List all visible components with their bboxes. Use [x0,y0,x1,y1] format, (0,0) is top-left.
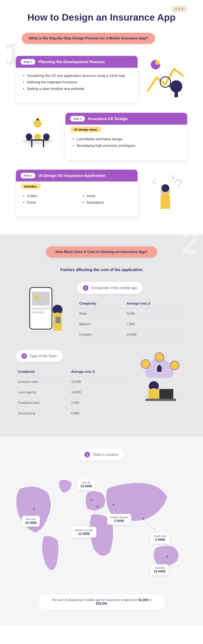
page-title: How to Design an Insurance App [16,12,187,23]
svg-rect-2 [174,91,178,97]
step1-bullet: Defining the important functions [23,79,130,86]
svg-rect-11 [31,141,32,147]
svg-point-6 [34,120,42,128]
question-1: What is the Step-By-Step Design Process … [22,33,155,44]
svg-point-28 [170,361,179,370]
step3-bullet: Icons [83,193,130,199]
svg-point-36 [142,518,144,520]
factor-2-pill: 2 Type of the Team [16,350,63,362]
step3-bullet: Colors [23,193,71,199]
cost-summary: The cost of designing a mobile app for i… [38,594,165,610]
step-3-title: UI Design for Insurance Application [38,174,106,178]
analytics-illustration [144,56,187,100]
svg-point-8 [34,134,41,140]
table-header: Average cost, $ [125,299,187,308]
map-label-we: Western Europe 12 000$ [71,527,96,538]
table-row: Basic4,000 [78,309,187,319]
svg-text:?: ? [172,176,174,181]
map-label-sa: South Asia 2 000$ [151,533,169,544]
table-row: Oursourcing6,000 [16,408,125,418]
step1-bullet: Visualizing the UX and application struc… [23,72,130,79]
table-header: Average cost, $ [70,367,125,376]
step-2-title: Insurance UX Design [88,116,128,121]
step-3-sublabel: Includes: [20,184,41,189]
svg-text:¿: ¿ [152,175,158,184]
complexity-cost-table: Complexity Average cost, $ Basic4,000 Me… [77,298,187,340]
map-label-uk: The UK 15 000$ [77,479,95,490]
step-3-badge: Step 3 [20,173,35,178]
svg-point-21 [34,295,39,300]
section-number-2: 2 [182,234,199,261]
svg-point-1 [170,80,182,92]
step3-bullet: Animations [83,199,130,206]
table-row: Medium7,000 [78,319,187,329]
factor-1-label: Complexity of the mobile app [91,286,137,290]
question-2: How Much Does It Cost to Develop an Insu… [46,246,157,258]
svg-point-33 [90,499,92,501]
factor-3-pill: 3 Team's Location [79,448,124,460]
step-2-card: Step 2 Insurance UX Design UX design ste… [66,113,187,160]
svg-text:?: ? [176,177,182,190]
svg-rect-12 [43,141,44,147]
svg-rect-10 [27,139,48,141]
table-row: Complex10,000 [78,330,187,340]
step1-bullet: Setting a clear timeline and estimate [23,86,130,92]
table-row: In-house team10,000 [16,377,125,387]
map-label-au: Australia 16 000$ [151,564,168,575]
svg-point-7 [26,134,32,140]
map-label-ee: Eastern Europe 5 600$ [107,514,131,525]
world-map: The UK 15 000$ The USA 18 000$ Western E… [8,471,195,586]
svg-rect-23 [32,311,44,314]
step-2-sublabel: UX design steps: [70,126,102,132]
remote-team-illustration [132,350,187,406]
step-1-card: Step 1 Planning the Development Process … [16,56,138,103]
svg-rect-22 [32,308,50,310]
svg-rect-20 [32,292,50,306]
svg-point-35 [112,504,114,506]
step-1-badge: Step 1 [20,59,35,64]
table-header: Complexity [16,367,69,376]
factor-1-pill: 1 Complexity of the mobile app [77,282,143,294]
factor-1-num: 1 [83,285,88,291]
map-label-usa: The USA 18 000$ [22,516,40,527]
step3-bullet: Fonts [23,199,71,206]
factor-2-label: Type of the Team [30,354,57,358]
table-row: Local agency15,000 [16,388,125,398]
mobile-app-illustration [16,282,71,338]
factors-heading: Factors affecting the cost of the applic… [16,268,187,272]
step-3-card: Step 3 UI Design for Insurance Applicati… [16,170,138,216]
step-1-title: Planning the Development Process [38,60,105,64]
factor-2-num: 2 [22,353,27,359]
factor-3-label: Team's Location [93,452,118,457]
svg-point-18 [161,184,169,192]
step-2-badge: Step 2 [70,116,85,122]
team-brainstorm-illustration [16,113,60,156]
step2-bullet: Developing high-precision prototypes [72,142,180,149]
svg-rect-25 [56,317,60,324]
menu-dots-icon [171,6,187,12]
team-cost-table: Complexity Average cost, $ In-house team… [16,367,126,419]
thinking-person-illustration: ¿ ? ? [144,170,187,213]
svg-point-9 [43,134,50,140]
svg-point-26 [141,360,150,368]
factor-3-num: 3 [84,452,90,457]
step2-bullet: Low-fidelity wireframe design. [72,136,180,142]
table-header: Complexity [78,299,125,308]
table-row: Freelance team2,000 [16,398,125,408]
svg-rect-31 [146,399,176,401]
svg-rect-30 [160,389,173,399]
svg-point-27 [155,353,164,362]
